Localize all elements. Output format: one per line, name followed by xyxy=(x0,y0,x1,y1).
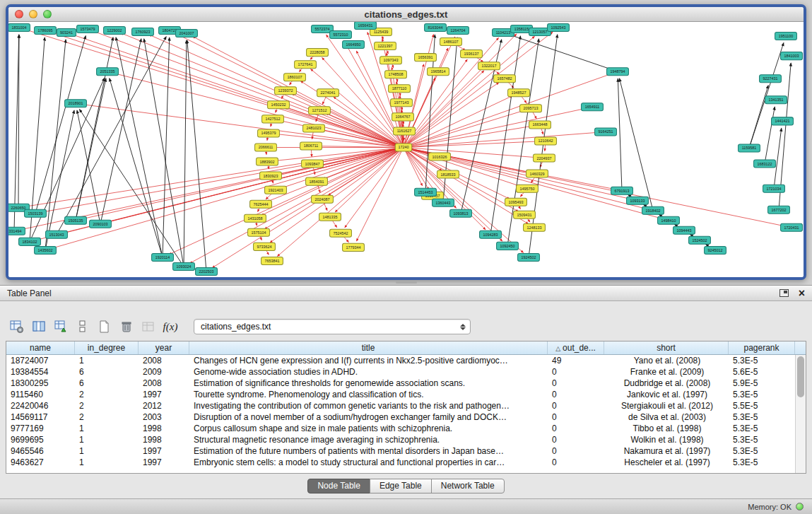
graph-node[interactable]: 2481023 xyxy=(303,124,325,132)
graph-node[interactable]: 1951100 xyxy=(775,33,797,40)
graph-node[interactable]: 1331494 xyxy=(8,227,25,235)
graph-node[interactable]: 1460329 xyxy=(526,170,548,177)
close-panel-icon[interactable]: × xyxy=(799,288,805,298)
graph-node[interactable]: 1677202 xyxy=(768,206,790,214)
graph-node[interactable]: 1575104 xyxy=(248,228,270,236)
column-header-year[interactable]: year xyxy=(139,341,189,354)
table-row[interactable]: 1830029562008Estimation of significance … xyxy=(6,378,795,389)
graph-node[interactable]: 9733624 xyxy=(254,243,276,250)
graph-node[interactable]: 1092450 xyxy=(497,242,519,250)
graph-node[interactable]: 1977143 xyxy=(391,99,413,107)
table-row[interactable]: 2242004622012Investigating the contribut… xyxy=(6,400,795,411)
graph-node[interactable]: 1210642 xyxy=(535,137,557,145)
graph-node[interactable]: 1161627 xyxy=(394,127,416,135)
graph-node[interactable]: 1877110 xyxy=(389,85,411,93)
graph-node[interactable]: 1786095 xyxy=(35,27,57,35)
graph-node[interactable]: 6791913 xyxy=(611,187,633,194)
vertical-scrollbar[interactable] xyxy=(795,355,806,473)
graph-node[interactable]: 9245012 xyxy=(705,246,726,254)
graph-node[interactable]: 1341351 xyxy=(765,96,787,104)
table-row[interactable]: 977716911998Corpus callosum shape and si… xyxy=(6,423,795,434)
graph-node[interactable]: 1495379 xyxy=(258,129,280,137)
table-row[interactable]: 1938455462009Genome-wide association stu… xyxy=(6,366,795,378)
graph-node[interactable]: 7524542 xyxy=(330,229,352,237)
graph-node[interactable]: 1486107 xyxy=(440,38,462,46)
graph-node[interactable]: 1239372 xyxy=(275,87,297,95)
table-mode-icon[interactable] xyxy=(8,319,25,334)
graph-node[interactable]: 2041007 xyxy=(176,30,198,37)
show-columns-icon[interactable] xyxy=(30,319,47,334)
graph-node[interactable]: 8163044 xyxy=(425,24,447,32)
graph-node[interactable]: 2066611 xyxy=(255,144,277,151)
graph-node[interactable]: 1505135 xyxy=(65,216,87,224)
graph-node[interactable]: 1656391 xyxy=(415,54,437,62)
graph-node[interactable]: 1094443 xyxy=(673,226,695,234)
graph-node[interactable]: 1921403 xyxy=(265,186,287,194)
graph-node[interactable]: 1159581 xyxy=(739,144,760,152)
graph-node[interactable]: 1720431 xyxy=(781,223,803,231)
graph-node[interactable]: 2051335 xyxy=(97,68,119,76)
graph-node[interactable]: 1656431 xyxy=(355,22,377,30)
new-column-icon[interactable] xyxy=(96,319,113,334)
graph-node[interactable]: 1450232 xyxy=(268,101,290,109)
graph-node[interactable]: 1834102 xyxy=(19,238,41,245)
graph-node[interactable]: 1509431 xyxy=(514,211,536,218)
graph-node[interactable]: 2024087 xyxy=(312,195,334,203)
table-row[interactable]: 946362711997Embryonic stem cells: a mode… xyxy=(6,457,795,468)
graph-node[interactable]: 1779344 xyxy=(343,243,365,251)
graph-node[interactable]: 1918402 xyxy=(642,206,664,214)
table-row[interactable]: 969969511998Structural magnetic resonanc… xyxy=(6,434,795,445)
graph-node[interactable]: 1841003 xyxy=(781,52,803,60)
graph-node[interactable]: 1435602 xyxy=(35,246,57,254)
column-header-title[interactable]: title xyxy=(189,341,548,354)
delete-table-icon[interactable] xyxy=(140,319,157,334)
graph-node[interactable]: 17240 xyxy=(395,144,412,151)
graph-node[interactable]: 1093024 xyxy=(173,262,195,270)
table-source-select[interactable]: citations_edges.txt xyxy=(194,319,471,334)
graph-node[interactable]: 1965814 xyxy=(428,68,449,76)
column-header-short[interactable]: short xyxy=(604,341,729,354)
graph-node[interactable]: 1503139 xyxy=(25,209,47,217)
graph-node[interactable]: 7653841 xyxy=(261,257,283,264)
graph-node[interactable]: 5572310 xyxy=(330,31,352,39)
graph-node[interactable]: 1095493 xyxy=(505,198,527,206)
table-row[interactable]: 946554611997Estimation of the future num… xyxy=(6,445,795,457)
scrollbar-thumb[interactable] xyxy=(797,356,804,397)
graph-node[interactable]: 1229002 xyxy=(104,27,126,35)
graph-node[interactable]: 1663448 xyxy=(529,121,551,129)
column-header-in-degree[interactable]: in_degree xyxy=(75,341,139,354)
graph-node[interactable]: 1092543 xyxy=(548,24,570,32)
graph-node[interactable]: 1248133 xyxy=(524,223,546,231)
tab-network-table[interactable]: Network Table xyxy=(431,479,505,493)
graph-node[interactable]: 1513043 xyxy=(46,230,68,238)
graph-node[interactable]: 1016326 xyxy=(429,153,451,160)
graph-node[interactable]: 1657482 xyxy=(494,75,516,83)
graph-node[interactable]: 1948794 xyxy=(607,68,629,76)
graph-node[interactable]: 7625444 xyxy=(250,200,272,208)
graph-node[interactable]: 903241 xyxy=(57,29,76,37)
graph-node[interactable]: 1830923 xyxy=(260,172,282,180)
table-row[interactable]: 1456911722003Disruption of a novel membe… xyxy=(6,411,795,423)
column-header-pagerank[interactable]: pagerank xyxy=(729,341,795,354)
graph-node[interactable]: 1481335 xyxy=(319,213,341,221)
graph-node[interactable]: 1093813 xyxy=(450,209,472,217)
graph-node[interactable]: 1860107 xyxy=(284,74,306,81)
graph-node[interactable]: 1920114 xyxy=(152,253,174,261)
citation-network-graph[interactable]: 1724011254391221397109734317485081877110… xyxy=(8,22,804,277)
graph-node[interactable]: 1427512 xyxy=(262,115,284,123)
table-row[interactable]: 1872400712008Changes of HCN gene express… xyxy=(6,355,795,366)
graph-node[interactable]: 2274041 xyxy=(317,89,339,97)
graph-node[interactable]: 1818533 xyxy=(437,170,459,178)
float-panel-icon[interactable] xyxy=(779,289,789,297)
graph-node[interactable]: 1094283 xyxy=(480,230,502,238)
graph-node[interactable]: 1360443 xyxy=(433,199,454,206)
graph-node[interactable]: 1495750 xyxy=(517,185,539,192)
graph-node[interactable]: 1721034 xyxy=(763,185,785,192)
graph-node[interactable]: 1654911 xyxy=(582,103,604,111)
graph-node[interactable]: 1831004 xyxy=(8,24,30,32)
graph-node[interactable]: 1093847 xyxy=(302,160,324,168)
column-header-out-de-[interactable]: △out_de... xyxy=(548,341,604,354)
tab-node-table[interactable]: Node Table xyxy=(307,479,370,493)
graph-node[interactable]: 1683122 xyxy=(754,160,776,168)
graph-node[interactable]: 1524502 xyxy=(689,236,711,244)
